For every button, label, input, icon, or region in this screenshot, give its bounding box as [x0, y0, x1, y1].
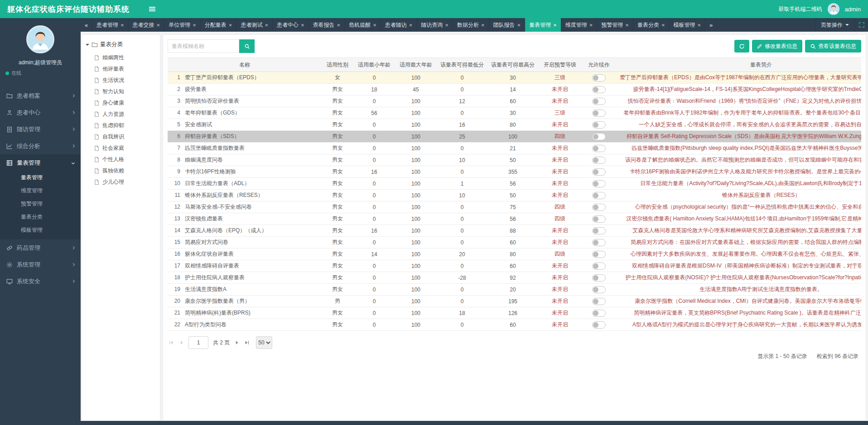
- sidebar-item[interactable]: 系统安全: [0, 273, 81, 290]
- tab[interactable]: 患者交接×: [129, 18, 165, 32]
- next-page-button[interactable]: [234, 340, 240, 345]
- table-row[interactable]: 4老年抑郁量表（GDS）男女56100030三级老年抑郁量表由Brink等人于1…: [168, 107, 861, 119]
- tab[interactable]: 模板管理×: [670, 18, 706, 32]
- tab[interactable]: 随访查询×: [417, 18, 453, 32]
- resume-toggle[interactable]: [592, 263, 606, 270]
- table-row[interactable]: 16躯体化症状自评量表男女141002080四级心理因素对于大多数疾病的发生、发…: [168, 248, 861, 260]
- table-row[interactable]: 8婚姻满意度问卷男女01001050未开启该问卷是了解您的婚姻状态的。虽然它不能…: [168, 154, 861, 166]
- tab[interactable]: 数据分析×: [453, 18, 489, 32]
- column-header[interactable]: 开启预警等级: [538, 58, 582, 72]
- sidebar-item[interactable]: 系统管理: [0, 256, 81, 273]
- table-row[interactable]: 22A型行为类型问卷男女0100060未开启A型人格或A型行为模式的提出是心理学…: [168, 319, 861, 331]
- tab-actions-dropdown[interactable]: 页签操作: [815, 18, 854, 32]
- table-row[interactable]: 1爱丁堡产后抑郁量表（EPDS）女0100030三级爱丁堡产后抑郁量表（EPDS…: [168, 72, 861, 84]
- user-avatar[interactable]: [828, 3, 839, 15]
- sidebar-subitem[interactable]: 量表管理: [0, 171, 81, 184]
- resume-toggle[interactable]: [592, 98, 606, 105]
- column-header[interactable]: 量表简介: [616, 58, 861, 72]
- tab[interactable]: 患者中心×: [273, 18, 309, 32]
- tree-root[interactable]: 量表分类: [85, 39, 157, 52]
- sidebar-item[interactable]: 随访管理: [0, 121, 81, 138]
- search-input[interactable]: [168, 39, 239, 53]
- sidebar-subitem[interactable]: 量表分类: [0, 210, 81, 224]
- tree-item[interactable]: 个性人格: [85, 154, 157, 165]
- resume-toggle[interactable]: [592, 145, 606, 152]
- column-header[interactable]: 允许续作: [582, 58, 616, 72]
- tab-close-icon[interactable]: ×: [121, 22, 124, 29]
- sidebar-item[interactable]: 患者档案: [0, 87, 81, 104]
- tree-item[interactable]: 身心健康: [85, 97, 157, 109]
- tree-item[interactable]: 孤独依赖: [85, 165, 157, 177]
- sidebar-subitem[interactable]: 模板管理: [0, 224, 81, 237]
- resume-toggle[interactable]: [592, 157, 606, 164]
- tab-close-icon[interactable]: ×: [337, 22, 341, 29]
- tab[interactable]: 团队报告×: [489, 18, 526, 32]
- tab-close-icon[interactable]: ×: [373, 22, 376, 29]
- table-row[interactable]: 13汉密顿焦虑量表男女0100056四级汉密尔顿焦虑量表( Hamilton A…: [168, 213, 861, 225]
- resume-toggle[interactable]: [592, 204, 606, 211]
- view-scale-button[interactable]: 查看该量表信息: [805, 40, 861, 53]
- tree-item[interactable]: 他评量表: [85, 63, 157, 75]
- tree-item[interactable]: 生活状况: [85, 75, 157, 86]
- tab-close-icon[interactable]: ×: [409, 22, 413, 29]
- first-page-button[interactable]: [169, 340, 174, 345]
- prev-page-button[interactable]: [178, 340, 184, 345]
- tree-item[interactable]: 焦虑抑郁: [85, 120, 157, 131]
- resume-toggle[interactable]: [592, 227, 606, 234]
- profile-avatar[interactable]: [26, 25, 54, 53]
- tab-close-icon[interactable]: ×: [229, 22, 232, 29]
- tab[interactable]: 量表管理×: [525, 18, 561, 32]
- table-row[interactable]: 18护士用住院病人观察量表男女0100-2892未开启护士用住院病人观察量表(N…: [168, 272, 861, 284]
- tab[interactable]: 查看报告×: [309, 18, 345, 32]
- tab-close-icon[interactable]: ×: [625, 22, 629, 29]
- scroll-tabs-left-icon[interactable]: «: [81, 18, 92, 32]
- resume-toggle[interactable]: [592, 133, 606, 140]
- table-scroll-container[interactable]: 名称适用性别适用最小年龄适用最大年龄该量表可得最低分该量表可得最高分开启预警等级…: [168, 57, 861, 331]
- column-header[interactable]: 该量表可得最低分: [437, 58, 487, 72]
- tree-item[interactable]: 社会家庭: [85, 143, 157, 154]
- resume-toggle[interactable]: [592, 168, 606, 176]
- table-row[interactable]: 14艾森克人格问卷（EPQ）（成人）男女16100088未开启艾森克人格问卷是英…: [168, 225, 861, 237]
- qr-code-link[interactable]: 获取手机端二维码: [779, 5, 822, 13]
- resume-toggle[interactable]: [592, 274, 606, 282]
- table-row[interactable]: 15简易应对方式问卷男女0100060未开启简易应对方式问卷：在国外应对方式量表…: [168, 237, 861, 248]
- tree-item[interactable]: 婚姻两性: [85, 52, 157, 63]
- resume-toggle[interactable]: [592, 239, 606, 246]
- table-row[interactable]: 20康奈尔医学指数量表（男）男01000195未开启康奈尔医学指数（Cornel…: [168, 296, 861, 307]
- tab[interactable]: 患者管理×: [92, 18, 129, 32]
- sidebar-subitem[interactable]: 维度管理: [0, 184, 81, 197]
- tab-close-icon[interactable]: ×: [481, 22, 485, 29]
- resume-toggle[interactable]: [592, 192, 606, 199]
- tab[interactable]: 预警管理×: [597, 18, 633, 32]
- scroll-tabs-right-icon[interactable]: »: [705, 18, 717, 32]
- tree-item[interactable]: 智力认知: [85, 86, 157, 97]
- expand-icon[interactable]: [854, 18, 868, 32]
- tab-close-icon[interactable]: ×: [553, 22, 557, 29]
- edit-scale-button[interactable]: 修改量表信息: [752, 40, 802, 53]
- tab-close-icon[interactable]: ×: [193, 22, 196, 29]
- table-row[interactable]: 5安全感测试男女01001680未开启一个人缺乏安全感，心理成长就会停滞，而有安…: [168, 119, 861, 131]
- table-row[interactable]: 7匹茨堡睡眠质量指数量表男女0100021未开启匹兹堡睡眠质量指数(Pittsb…: [168, 143, 861, 154]
- tree-item[interactable]: 人力资源: [85, 109, 157, 120]
- sidebar-item[interactable]: 量表管理: [0, 154, 81, 171]
- resume-toggle[interactable]: [592, 215, 606, 223]
- table-row[interactable]: 11锥体外系副反应量表（RESES）男女01001050未开启锥体外系副反应量表…: [168, 190, 861, 201]
- tab[interactable]: 分配量表×: [201, 18, 237, 32]
- tree-item[interactable]: 自我辨识: [85, 131, 157, 143]
- column-header[interactable]: 适用性别: [322, 58, 353, 72]
- sidebar-item[interactable]: 药品管理: [0, 239, 81, 256]
- last-page-button[interactable]: [244, 340, 250, 345]
- sidebar-subitem[interactable]: 预警管理: [0, 197, 81, 210]
- column-header[interactable]: 适用最大年龄: [395, 58, 437, 72]
- sidebar-item[interactable]: 患者中心: [0, 104, 81, 121]
- tree-caret-icon[interactable]: [86, 44, 89, 46]
- resume-toggle[interactable]: [592, 86, 606, 93]
- tab[interactable]: 单位管理×: [164, 18, 201, 32]
- resume-toggle[interactable]: [592, 298, 606, 305]
- resume-toggle[interactable]: [592, 74, 606, 81]
- resume-toggle[interactable]: [592, 310, 606, 317]
- tab[interactable]: 量表分类×: [633, 18, 670, 32]
- column-header[interactable]: 该量表可得最高分: [487, 58, 538, 72]
- tree-item[interactable]: 少儿心理: [85, 177, 157, 188]
- column-header[interactable]: 适用最小年龄: [353, 58, 395, 72]
